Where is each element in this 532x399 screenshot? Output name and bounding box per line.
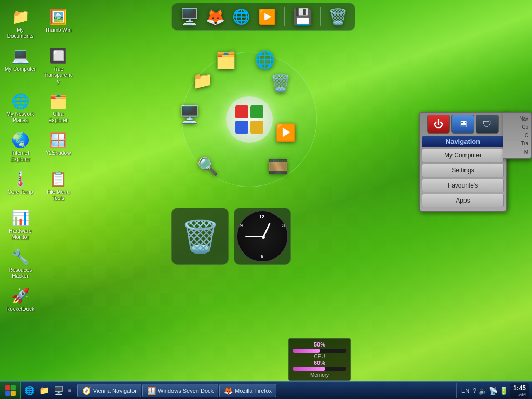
quick-desktop-btn[interactable]: 🖥️ [52, 384, 65, 397]
dock-firefox-icon[interactable]: 🦊 [204, 6, 226, 28]
radial-globe[interactable]: 🌐 [252, 47, 278, 73]
rocketdock-label: RocketDock [6, 306, 34, 312]
clock-3: 3 [282, 223, 285, 228]
desktop-icon-ultra-explorer[interactable]: 🗂️ Ultra Explorer [41, 89, 76, 126]
nav-apps-button[interactable]: Apps [422, 194, 504, 207]
radial-center-windows[interactable] [226, 96, 273, 143]
svg-rect-5 [10, 385, 15, 390]
desktop-icon-yz2shadow[interactable]: 🪟 Y2Shadow [41, 128, 76, 165]
desktop-icon-core-temp[interactable]: 🌡️ Core Temp [3, 167, 38, 204]
clock-12: 12 [259, 214, 264, 219]
svg-rect-2 [235, 121, 248, 134]
hardware-monitor-icon: 📊 [11, 208, 30, 227]
quick-launch-bar: 🌐 📁 🖥️ ≡ [21, 384, 75, 397]
thumb-win-label: Thumb Win [45, 27, 71, 33]
clock-widget: 12 3 6 9 [236, 210, 288, 262]
desktop-icon-true-transparency[interactable]: 🔲 True Transparency [41, 44, 76, 87]
nav-shield-button[interactable]: 🛡 [476, 115, 499, 134]
windows-seven-dock-taskbar-btn[interactable]: 🪟 Windows Seven Dock [142, 384, 218, 397]
taskbar-clock[interactable]: 1:45 AM [510, 383, 529, 398]
nav-control-buttons: ⏻ 🖥 🛡 [422, 115, 504, 134]
systray-icon-2: 📡 [489, 387, 498, 395]
win7dock-icon: 🪟 [147, 387, 156, 395]
radial-film[interactable]: 🎞️ [265, 153, 291, 179]
radial-search[interactable]: 🔍 [195, 153, 221, 179]
quick-folder-btn[interactable]: 📁 [37, 384, 51, 397]
desktop-icon-hardware-monitor[interactable]: 📊 Hardware Monitor [3, 206, 38, 243]
clock-minute-hand [245, 236, 264, 237]
network-places-icon: 🌐 [11, 91, 30, 110]
ultra-explorer-icon: 🗂️ [49, 91, 68, 110]
my-computer-icon: 💻 [11, 46, 30, 65]
mem-bar [293, 367, 325, 371]
dock-display-icon[interactable]: 🖥️ [178, 6, 200, 28]
quick-browser-btn[interactable]: 🌐 [23, 384, 36, 397]
vienna-navigator-taskbar-btn[interactable]: 🧭 Vienna Navigator [77, 384, 141, 397]
nav-panel-title: Navigation [422, 136, 504, 147]
mem-bar-container [293, 367, 346, 371]
dock-trash-icon[interactable]: 🗑️ [327, 6, 349, 28]
desktop-icon-thumb-win[interactable]: 🖼️ Thumb Win [41, 5, 76, 42]
desktop-icon-internet-explorer[interactable]: 🌏 Internet Explorer [3, 128, 38, 165]
dock-ie-icon[interactable]: 🌐 [230, 6, 252, 28]
clock-9: 9 [240, 223, 243, 228]
nav-settings-button[interactable]: Settings [422, 164, 504, 177]
dock-divider [284, 7, 285, 26]
partial-nav-label: Nav [504, 115, 530, 123]
my-computer-label: My Computer [5, 66, 36, 72]
resources-hacker-label: Resouces Hacker [5, 267, 36, 280]
mem-percent: 60% [293, 360, 346, 366]
top-dock: 🖥️ 🦊 🌐 ▶️ 💾 🗑️ [171, 3, 355, 31]
partial-tra-label: Tra [504, 140, 530, 148]
taskbar-right-area: EN ? 🔈 📡 🔋 1:45 AM [456, 383, 532, 398]
firefox-taskbar-label: Mozilla Firefox [235, 388, 272, 394]
radial-trash[interactable]: 🗑️ [268, 70, 294, 96]
desktop-icon-my-computer[interactable]: 💻 My Computer [3, 44, 38, 87]
hardware-monitor-label: Hardware Monitor [5, 228, 36, 241]
clock-center-dot [262, 236, 265, 239]
partial-m-label: M [504, 148, 530, 156]
partial-c-label: C [504, 131, 530, 140]
systray-icon-3: 🔋 [499, 387, 508, 395]
desktop-icon-network-places[interactable]: 🌐 My Network Places [3, 89, 38, 126]
desktop-icon-my-documents[interactable]: 📁 My Documents [3, 5, 38, 42]
firefox-taskbar-btn[interactable]: 🦊 Mozilla Firefox [219, 384, 276, 397]
radial-media[interactable]: ▶️ [273, 119, 299, 145]
nav-power-button[interactable]: ⏻ [427, 115, 450, 134]
ultra-explorer-label: Ultra Explorer [43, 111, 74, 124]
desktop: 📁 My Documents 🖼️ Thumb Win 💻 My Compute… [0, 0, 532, 399]
mem-label: Memory [293, 372, 346, 378]
show-desktop-btn[interactable]: ≡ [66, 388, 73, 393]
systray-icons: 🔈 📡 🔋 [478, 387, 508, 395]
core-temp-icon: 🌡️ [11, 169, 30, 188]
cpu-bar [293, 349, 320, 353]
yz2shadow-icon: 🪟 [49, 130, 68, 149]
radial-folder[interactable]: 📁 [190, 68, 216, 94]
language-indicator: EN [460, 388, 471, 394]
rocketdock-icon: 🚀 [11, 286, 30, 305]
clock-dock-item: 12 3 6 9 [234, 208, 291, 265]
desktop-icon-file-menu-tools[interactable]: 📋 File Menu Tools [41, 167, 76, 204]
radial-system[interactable]: 🖥️ [177, 101, 203, 127]
file-menu-tools-icon: 📋 [49, 169, 68, 188]
nav-computer-button[interactable]: 🖥 [451, 115, 474, 134]
help-button[interactable]: ? [473, 387, 476, 394]
vienna-nav-icon: 🧭 [82, 387, 91, 395]
cpu-bar-container [293, 349, 346, 353]
radial-file-manager[interactable]: 🗂️ [213, 47, 239, 73]
desktop-icon-resources-hacker[interactable]: 🔧 Resouces Hacker [3, 245, 38, 282]
dock-media-icon[interactable]: ▶️ [256, 6, 278, 28]
internet-explorer-icon: 🌏 [11, 130, 30, 149]
start-button[interactable] [0, 382, 21, 400]
clock-hour-hand [263, 223, 271, 237]
nav-favourites-button[interactable]: Favourite's [422, 179, 504, 192]
win7dock-label: Windows Seven Dock [158, 388, 214, 394]
nav-my-computer-button[interactable]: My Computer [422, 149, 504, 162]
recycle-bin-dock-item[interactable]: 🗑️ [171, 208, 229, 265]
dock-network-icon[interactable]: 💾 [291, 6, 313, 28]
cpu-percent: 50% [293, 341, 346, 348]
windows-logo-icon [234, 104, 265, 135]
radial-menu: 🗂️ 🌐 🗑️ 📁 🖥️ ▶️ 🎞️ 🔍 [171, 42, 327, 197]
desktop-icon-rocketdock[interactable]: 🚀 RocketDock [3, 284, 38, 314]
svg-rect-4 [5, 385, 10, 390]
